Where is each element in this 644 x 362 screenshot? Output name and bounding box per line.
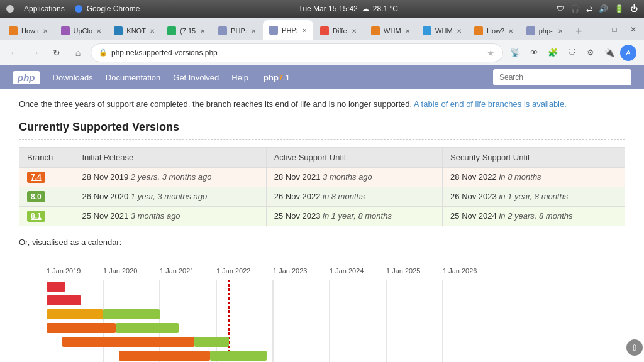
badge-80: 8.0 (27, 191, 45, 202)
svg-rect-30 (210, 351, 267, 361)
back-button[interactable]: ← (5, 44, 23, 62)
tab-label-whm1: WHM (384, 27, 401, 35)
year-label-2021: 1 Jan 2021 (160, 267, 194, 275)
volume-icon: 🔊 (599, 4, 608, 13)
url-text: php.net/supported-versions.php (111, 48, 483, 57)
year-label-2023: 1 Jan 2023 (273, 267, 307, 275)
tab-label-715: (7,15 (180, 27, 196, 35)
tab-php2-active[interactable]: PHP: ✕ (263, 20, 313, 40)
tabs-controls: — □ ✕ (587, 21, 641, 40)
tab-close-how2[interactable]: ✕ (508, 26, 513, 35)
tab-knot[interactable]: KNOT ✕ (108, 21, 160, 40)
weather: 28.1 °C (373, 4, 398, 13)
address-bar: ← → ↻ ⌂ 🔒 php.net/supported-versions.php… (0, 40, 644, 65)
badge-81: 8.1 (27, 211, 45, 222)
col-active: Active Support Until (266, 147, 442, 167)
url-bar[interactable]: 🔒 php.net/supported-versions.php ★ (91, 43, 503, 62)
nav-downloads[interactable]: Downloads (53, 73, 93, 82)
badge-74: 7.4 (27, 172, 45, 183)
php-nav-search[interactable] (493, 69, 631, 85)
tabs-bar: How t ✕ UpClo ✕ KNOT ✕ (7,15 ✕ PHP: ✕ PH… (0, 18, 644, 40)
tab-close-php3[interactable]: ✕ (557, 26, 564, 35)
tab-upclo[interactable]: UpClo ✕ (55, 21, 108, 40)
branch-80[interactable]: 8.0 (19, 187, 74, 206)
col-security: Security Support Until (443, 147, 625, 167)
tab-favicon-diffe (320, 26, 329, 35)
tab-whm1[interactable]: WHM ✕ (365, 21, 416, 40)
close-window-button[interactable]: ✕ (625, 21, 641, 38)
tab-label-how1: How t (21, 27, 39, 35)
tab-close-whm2[interactable]: ✕ (457, 26, 462, 35)
apple-menu[interactable] (6, 5, 14, 13)
year-label-2025: 1 Jan 2025 (386, 267, 420, 275)
nav-get-involved[interactable]: Get Involved (173, 73, 219, 82)
year-label-2020: 1 Jan 2020 (103, 267, 137, 275)
new-tab-button[interactable]: + (571, 23, 587, 40)
extensions-icon[interactable]: 🔌 (601, 45, 618, 61)
minimize-button[interactable]: — (587, 21, 604, 38)
tab-diffe[interactable]: Diffe ✕ (314, 21, 364, 40)
eye-icon[interactable]: 👁 (526, 45, 542, 61)
tab-label-upclo: UpClo (74, 27, 93, 35)
weather-icon: ☁ (362, 4, 369, 13)
tab-favicon-php2 (269, 26, 278, 35)
svg-rect-17 (47, 309, 103, 319)
tab-close-715[interactable]: ✕ (199, 26, 205, 35)
shield2-icon[interactable]: 🛡 (564, 45, 580, 61)
cast-icon[interactable]: 📡 (507, 45, 523, 61)
tab-close-upclo[interactable]: ✕ (96, 26, 101, 35)
reload-button[interactable]: ↻ (48, 44, 65, 62)
tab-php3[interactable]: php- ✕ (520, 21, 570, 40)
tab-close-how1[interactable]: ✕ (43, 26, 48, 35)
applications-menu[interactable]: Applications (24, 4, 65, 13)
datetime: Tue Mar 15 15:42 (299, 4, 358, 13)
tab-how1[interactable]: How t ✕ (3, 21, 54, 40)
bookmark-icon[interactable]: ★ (487, 48, 495, 58)
tab-close-whm1[interactable]: ✕ (405, 26, 410, 35)
shield-icon: 🛡 (557, 4, 564, 13)
nav-help[interactable]: Help (231, 73, 248, 82)
puzzle-icon[interactable]: 🧩 (545, 45, 561, 61)
chrome-menu[interactable]: Google Chrome (75, 4, 140, 13)
intro-text: Once the three years of support are comp… (19, 98, 625, 111)
maximize-button[interactable]: □ (606, 21, 623, 38)
chart-svg: 7.0 7.1 7.2 7.3 7.4 8.0 (47, 280, 518, 363)
search-input[interactable] (493, 69, 631, 85)
tab-label-php2: PHP: (282, 26, 298, 34)
tab-whm2[interactable]: WHM ✕ (416, 21, 467, 40)
nav-documentation[interactable]: Documentation (106, 73, 160, 82)
php-logo: php (13, 71, 40, 84)
tab-favicon-715 (167, 26, 176, 35)
account-icon[interactable]: A (620, 45, 636, 61)
tab-close-diffe[interactable]: ✕ (351, 26, 358, 35)
tab-close-php1[interactable]: ✕ (251, 26, 256, 35)
tab-close-php2[interactable]: ✕ (302, 26, 307, 35)
svg-rect-18 (103, 309, 160, 319)
svg-rect-22 (116, 323, 179, 333)
svg-rect-25 (62, 337, 194, 347)
os-bar-right: 🛡 🎧 ⇄ 🔊 🔋 ⏻ (557, 4, 638, 13)
gear-icon[interactable]: ⚙ (582, 45, 599, 61)
tab-715[interactable]: (7,15 ✕ (161, 21, 211, 40)
home-button[interactable]: ⌂ (69, 44, 87, 62)
svg-rect-26 (194, 337, 229, 347)
tab-favicon-whm2 (423, 26, 431, 35)
tab-close-knot[interactable]: ✕ (150, 26, 155, 35)
scroll-to-top-button[interactable]: ⇧ (626, 339, 643, 356)
year-label-2026: 1 Jan 2026 (443, 267, 477, 275)
tab-php1[interactable]: PHP: ✕ (212, 21, 262, 40)
col-initial: Initial Release (74, 147, 266, 167)
tab-favicon-upclo (61, 26, 70, 35)
col-branch: Branch (19, 147, 74, 167)
branch-81[interactable]: 8.1 (19, 206, 74, 226)
section-title: Currently Supported Versions (19, 121, 625, 140)
battery-icon: 🔋 (614, 4, 624, 13)
svg-rect-29 (119, 351, 210, 361)
branch-74[interactable]: 7.4 (19, 167, 74, 187)
tab-how2[interactable]: How? ✕ (468, 21, 519, 40)
os-bar: Applications Google Chrome Tue Mar 15 15… (0, 0, 644, 18)
calendar-label: Or, visualised as a calendar: (19, 238, 625, 247)
forward-button[interactable]: → (26, 44, 44, 62)
tab-label-whm2: WHM (435, 27, 453, 35)
eol-table-link[interactable]: A table of end of life branches is avail… (414, 99, 567, 109)
